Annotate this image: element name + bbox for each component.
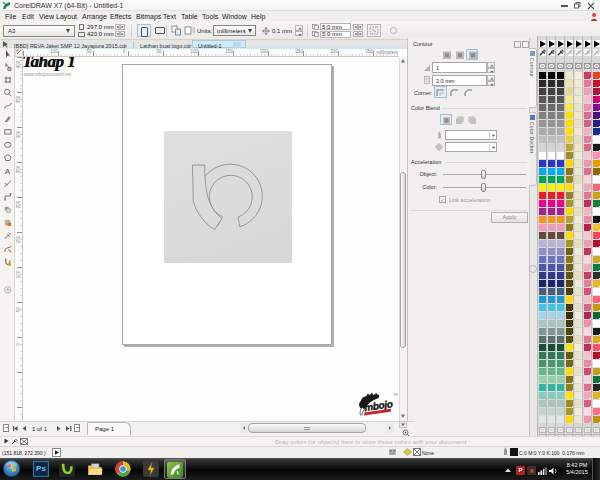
- svg-text:A: A: [5, 167, 11, 175]
- svg-text:TM: TM: [393, 392, 398, 397]
